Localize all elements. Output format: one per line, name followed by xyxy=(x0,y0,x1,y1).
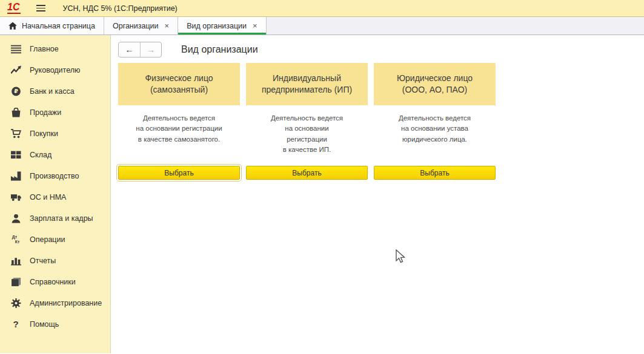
history-nav-group: ← → xyxy=(118,42,162,57)
question-icon: ? xyxy=(10,319,22,330)
tab-organization-type[interactable]: Вид организации × xyxy=(178,17,267,34)
sidebar-item-rukovoditelyu[interactable]: Руководителю xyxy=(0,59,110,80)
person-icon xyxy=(10,213,22,224)
menu-lines-icon xyxy=(10,44,22,54)
sidebar-item-label: Склад xyxy=(30,151,51,159)
sidebar-item-zarplata-i-kadry[interactable]: Зарплата и кадры xyxy=(0,208,110,229)
sidebar-item-otchety[interactable]: Отчеты xyxy=(0,250,110,271)
bar-chart-icon xyxy=(10,255,22,266)
organization-type-options: Физическое лицо (самозанятый) Деятельнос… xyxy=(118,63,644,180)
ruble-circle-icon: ₽ xyxy=(10,86,22,97)
choose-button-selfemployed[interactable]: Выбрать xyxy=(118,166,240,180)
sidebar-item-sklad[interactable]: Склад xyxy=(0,144,110,165)
shopping-bag-icon xyxy=(10,107,22,118)
gear-icon xyxy=(10,298,22,309)
back-button[interactable]: ← xyxy=(119,42,140,57)
sidebar-item-operacii[interactable]: ДтКт Операции xyxy=(0,229,110,250)
tab-label: Начальная страница xyxy=(22,22,95,30)
forward-button[interactable]: → xyxy=(140,42,161,57)
trend-chart-icon xyxy=(10,65,22,76)
close-icon[interactable]: × xyxy=(253,22,257,30)
factory-icon xyxy=(10,171,22,182)
sidebar-item-label: Администрирование xyxy=(30,299,102,307)
home-icon xyxy=(8,22,17,30)
dt-kt-icon: ДтКт xyxy=(10,234,22,245)
sidebar-item-label: Отчеты xyxy=(30,257,56,265)
books-icon xyxy=(10,277,22,287)
sidebar-item-label: Операции xyxy=(30,235,65,244)
sidebar-item-label: Справочники xyxy=(30,278,76,286)
forward-arrow-icon: → xyxy=(147,45,155,54)
option-title: Физическое лицо (самозанятый) xyxy=(118,63,240,105)
shopping-cart-icon xyxy=(10,128,22,139)
svg-text:₽: ₽ xyxy=(14,88,18,94)
choose-button-legal-entity[interactable]: Выбрать xyxy=(374,166,496,180)
sidebar-item-label: Руководителю xyxy=(30,66,80,74)
sidebar-item-administrirovanie[interactable]: Администрирование xyxy=(0,292,110,313)
main-content: ← → Вид организации Физическое лицо (сам… xyxy=(111,35,644,353)
sidebar-item-glavnoe[interactable]: Главное xyxy=(0,38,110,59)
option-legal-entity: Юридическое лицо (ООО, АО, ПАО) Деятельн… xyxy=(374,63,496,180)
tab-label: Вид организации xyxy=(187,22,247,30)
sidebar-item-spravochniki[interactable]: Справочники xyxy=(0,271,110,292)
option-description: Деятельность ведется на основании регист… xyxy=(246,113,368,166)
tab-home[interactable]: Начальная страница xyxy=(0,17,104,34)
sidebar-item-bank-i-kassa[interactable]: ₽ Банк и касса xyxy=(0,80,110,102)
warehouse-boxes-icon xyxy=(10,149,22,160)
sidebar-item-pomoshch[interactable]: ? Помощь xyxy=(0,313,110,335)
back-arrow-icon: ← xyxy=(125,45,134,54)
choose-button-entrepreneur[interactable]: Выбрать xyxy=(246,166,368,180)
tab-bar: Начальная страница Организации × Вид орг… xyxy=(0,17,644,35)
option-individual-entrepreneur: Индивидуальный предприниматель (ИП) Деят… xyxy=(246,63,368,180)
sidebar-item-prodazhi[interactable]: Продажи xyxy=(0,102,110,123)
sidebar-item-label: Помощь xyxy=(30,320,59,329)
page-title: Вид организации xyxy=(181,44,258,55)
navigation-row: ← → Вид организации xyxy=(118,41,644,58)
close-icon[interactable]: × xyxy=(165,22,170,30)
truck-icon xyxy=(10,192,22,203)
main-menu-icon[interactable] xyxy=(36,5,45,11)
sidebar-item-label: Зарплата и кадры xyxy=(30,214,93,223)
window-title-bar: 1С УСН, НДС 5% (1С:Предприятие) xyxy=(0,0,644,17)
sidebar-item-label: Главное xyxy=(30,45,59,53)
tab-organizations[interactable]: Организации × xyxy=(104,17,178,34)
option-individual-selfemployed: Физическое лицо (самозанятый) Деятельнос… xyxy=(118,63,240,180)
sidebar-item-pokupki[interactable]: Покупки xyxy=(0,123,110,144)
option-description: Деятельность ведется на основании регист… xyxy=(118,113,240,166)
option-title: Юридическое лицо (ООО, АО, ПАО) xyxy=(374,63,496,105)
tab-label: Организации xyxy=(113,22,159,30)
option-title: Индивидуальный предприниматель (ИП) xyxy=(246,63,368,105)
sidebar-item-label: Продажи xyxy=(30,108,61,117)
sidebar-item-os-i-nma[interactable]: ОС и НМА xyxy=(0,186,110,208)
sidebar-item-label: Производство xyxy=(30,172,79,180)
option-description: Деятельность ведется на основании устава… xyxy=(374,113,496,166)
window-title: УСН, НДС 5% (1С:Предприятие) xyxy=(62,4,177,13)
sidebar: Главное Руководителю ₽ Банк и касса Прод… xyxy=(0,35,111,353)
sidebar-item-label: Покупки xyxy=(30,129,58,138)
sidebar-item-label: Банк и касса xyxy=(30,87,75,96)
sidebar-item-label: ОС и НМА xyxy=(30,193,66,202)
1c-logo: 1С xyxy=(7,2,21,14)
sidebar-item-proizvodstvo[interactable]: Производство xyxy=(0,165,110,186)
